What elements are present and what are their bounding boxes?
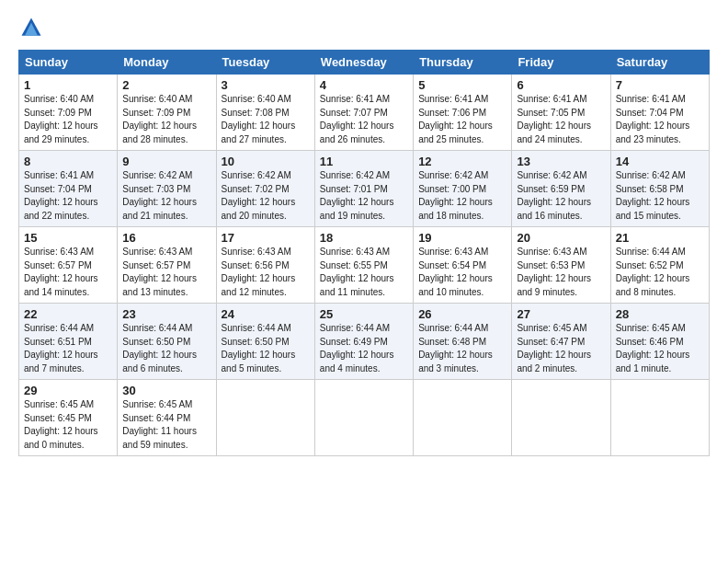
day-number: 13	[517, 155, 605, 168]
calendar-cell: 4 Sunrise: 6:41 AMSunset: 7:07 PMDayligh…	[314, 75, 413, 151]
calendar-day-header: Tuesday	[216, 51, 314, 75]
day-info: Sunrise: 6:45 AMSunset: 6:44 PMDaylight:…	[122, 398, 210, 452]
day-info: Sunrise: 6:43 AMSunset: 6:57 PMDaylight:…	[24, 246, 112, 299]
day-info: Sunrise: 6:43 AMSunset: 6:53 PMDaylight:…	[517, 246, 605, 299]
calendar-cell	[610, 380, 709, 456]
day-number: 20	[517, 231, 605, 245]
day-info: Sunrise: 6:43 AMSunset: 6:54 PMDaylight:…	[418, 246, 506, 299]
day-info: Sunrise: 6:44 AMSunset: 6:48 PMDaylight:…	[418, 322, 506, 375]
day-info: Sunrise: 6:44 AMSunset: 6:50 PMDaylight:…	[222, 322, 310, 375]
day-number: 12	[418, 155, 506, 168]
calendar-cell: 29 Sunrise: 6:45 AMSunset: 6:45 PMDaylig…	[19, 380, 118, 456]
logo	[18, 15, 48, 40]
calendar-cell: 17 Sunrise: 6:43 AMSunset: 6:56 PMDaylig…	[216, 227, 314, 304]
day-number: 30	[122, 384, 210, 397]
calendar-day-header: Sunday	[19, 51, 118, 75]
calendar-cell: 10 Sunrise: 6:42 AMSunset: 7:02 PMDaylig…	[216, 151, 314, 227]
calendar-cell: 19 Sunrise: 6:43 AMSunset: 6:54 PMDaylig…	[414, 227, 512, 304]
calendar-cell	[314, 380, 413, 456]
day-info: Sunrise: 6:44 AMSunset: 6:50 PMDaylight:…	[122, 322, 210, 375]
day-number: 19	[418, 231, 506, 245]
day-number: 22	[24, 307, 112, 321]
calendar-day-header: Thursday	[414, 51, 512, 75]
header	[18, 15, 710, 40]
day-info: Sunrise: 6:40 AMSunset: 7:09 PMDaylight:…	[24, 93, 112, 146]
day-info: Sunrise: 6:41 AMSunset: 7:04 PMDaylight:…	[616, 93, 704, 146]
day-info: Sunrise: 6:42 AMSunset: 7:01 PMDaylight:…	[320, 169, 408, 223]
calendar-day-header: Friday	[512, 51, 610, 75]
day-info: Sunrise: 6:42 AMSunset: 6:59 PMDaylight:…	[517, 169, 605, 223]
day-info: Sunrise: 6:41 AMSunset: 7:05 PMDaylight:…	[517, 93, 605, 146]
calendar-cell: 15 Sunrise: 6:43 AMSunset: 6:57 PMDaylig…	[19, 227, 118, 304]
calendar-cell: 20 Sunrise: 6:43 AMSunset: 6:53 PMDaylig…	[512, 227, 610, 304]
day-number: 18	[320, 231, 408, 245]
day-number: 11	[320, 155, 408, 168]
day-number: 6	[517, 78, 605, 92]
day-info: Sunrise: 6:43 AMSunset: 6:57 PMDaylight:…	[122, 246, 210, 299]
page: SundayMondayTuesdayWednesdayThursdayFrid…	[0, 0, 728, 563]
calendar-cell: 25 Sunrise: 6:44 AMSunset: 6:49 PMDaylig…	[314, 304, 413, 380]
calendar-cell	[414, 380, 512, 456]
calendar-cell: 13 Sunrise: 6:42 AMSunset: 6:59 PMDaylig…	[512, 151, 610, 227]
day-number: 29	[24, 384, 112, 397]
calendar-cell: 18 Sunrise: 6:43 AMSunset: 6:55 PMDaylig…	[314, 227, 413, 304]
day-info: Sunrise: 6:41 AMSunset: 7:06 PMDaylight:…	[418, 93, 506, 146]
day-info: Sunrise: 6:40 AMSunset: 7:09 PMDaylight:…	[122, 93, 210, 146]
day-number: 27	[517, 307, 605, 321]
calendar-week-row: 8 Sunrise: 6:41 AMSunset: 7:04 PMDayligh…	[19, 151, 710, 227]
day-number: 8	[24, 155, 112, 168]
day-info: Sunrise: 6:45 AMSunset: 6:45 PMDaylight:…	[24, 398, 112, 452]
calendar-week-row: 15 Sunrise: 6:43 AMSunset: 6:57 PMDaylig…	[19, 227, 710, 304]
day-info: Sunrise: 6:44 AMSunset: 6:49 PMDaylight:…	[320, 322, 408, 375]
calendar-day-header: Saturday	[610, 51, 709, 75]
calendar-week-row: 22 Sunrise: 6:44 AMSunset: 6:51 PMDaylig…	[19, 304, 710, 380]
calendar-cell: 7 Sunrise: 6:41 AMSunset: 7:04 PMDayligh…	[610, 75, 709, 151]
calendar-cell: 21 Sunrise: 6:44 AMSunset: 6:52 PMDaylig…	[610, 227, 709, 304]
logo-icon	[18, 15, 44, 40]
calendar-week-row: 29 Sunrise: 6:45 AMSunset: 6:45 PMDaylig…	[19, 380, 710, 456]
day-number: 26	[418, 307, 506, 321]
calendar-table: SundayMondayTuesdayWednesdayThursdayFrid…	[18, 50, 710, 456]
calendar-cell: 28 Sunrise: 6:45 AMSunset: 6:46 PMDaylig…	[610, 304, 709, 380]
calendar-cell: 30 Sunrise: 6:45 AMSunset: 6:44 PMDaylig…	[118, 380, 216, 456]
day-number: 25	[320, 307, 408, 321]
day-info: Sunrise: 6:42 AMSunset: 7:02 PMDaylight:…	[222, 169, 310, 223]
day-number: 15	[24, 231, 112, 245]
calendar-cell: 12 Sunrise: 6:42 AMSunset: 7:00 PMDaylig…	[414, 151, 512, 227]
day-number: 24	[222, 307, 310, 321]
calendar-cell: 11 Sunrise: 6:42 AMSunset: 7:01 PMDaylig…	[314, 151, 413, 227]
day-number: 28	[616, 307, 704, 321]
calendar-cell	[216, 380, 314, 456]
day-number: 10	[222, 155, 310, 168]
day-info: Sunrise: 6:44 AMSunset: 6:52 PMDaylight:…	[616, 246, 704, 299]
day-info: Sunrise: 6:42 AMSunset: 7:00 PMDaylight:…	[418, 169, 506, 223]
day-info: Sunrise: 6:42 AMSunset: 7:03 PMDaylight:…	[122, 169, 210, 223]
calendar-cell: 5 Sunrise: 6:41 AMSunset: 7:06 PMDayligh…	[414, 75, 512, 151]
calendar-cell: 14 Sunrise: 6:42 AMSunset: 6:58 PMDaylig…	[610, 151, 709, 227]
calendar-week-row: 1 Sunrise: 6:40 AMSunset: 7:09 PMDayligh…	[19, 75, 710, 151]
day-number: 2	[122, 78, 210, 92]
day-number: 9	[122, 155, 210, 168]
day-info: Sunrise: 6:41 AMSunset: 7:07 PMDaylight:…	[320, 93, 408, 146]
calendar-day-header: Monday	[118, 51, 216, 75]
calendar-cell: 2 Sunrise: 6:40 AMSunset: 7:09 PMDayligh…	[118, 75, 216, 151]
calendar-cell: 3 Sunrise: 6:40 AMSunset: 7:08 PMDayligh…	[216, 75, 314, 151]
day-number: 23	[122, 307, 210, 321]
day-number: 14	[616, 155, 704, 168]
calendar-cell: 16 Sunrise: 6:43 AMSunset: 6:57 PMDaylig…	[118, 227, 216, 304]
day-number: 1	[24, 78, 112, 92]
day-number: 5	[418, 78, 506, 92]
calendar-cell: 23 Sunrise: 6:44 AMSunset: 6:50 PMDaylig…	[118, 304, 216, 380]
day-number: 17	[222, 231, 310, 245]
day-number: 3	[222, 78, 310, 92]
calendar-cell: 1 Sunrise: 6:40 AMSunset: 7:09 PMDayligh…	[19, 75, 118, 151]
calendar-cell: 26 Sunrise: 6:44 AMSunset: 6:48 PMDaylig…	[414, 304, 512, 380]
calendar-cell: 8 Sunrise: 6:41 AMSunset: 7:04 PMDayligh…	[19, 151, 118, 227]
day-number: 16	[122, 231, 210, 245]
day-info: Sunrise: 6:40 AMSunset: 7:08 PMDaylight:…	[222, 93, 310, 146]
day-info: Sunrise: 6:43 AMSunset: 6:56 PMDaylight:…	[222, 246, 310, 299]
calendar-cell: 24 Sunrise: 6:44 AMSunset: 6:50 PMDaylig…	[216, 304, 314, 380]
calendar-cell: 22 Sunrise: 6:44 AMSunset: 6:51 PMDaylig…	[19, 304, 118, 380]
day-info: Sunrise: 6:45 AMSunset: 6:47 PMDaylight:…	[517, 322, 605, 375]
calendar-header-row: SundayMondayTuesdayWednesdayThursdayFrid…	[19, 51, 710, 75]
